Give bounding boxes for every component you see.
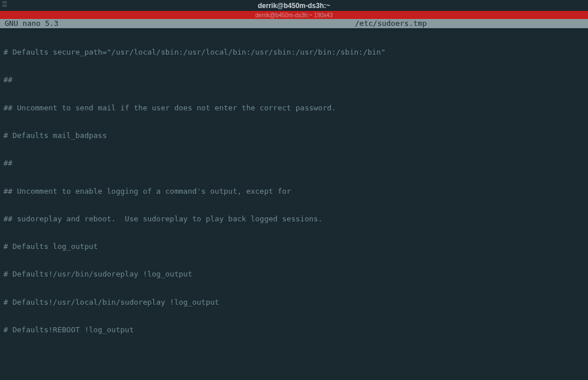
editor-line: ## sudoreplay and reboot. Use sudoreplay… [3,214,585,224]
terminal-tab-bar: derrik@b450m-ds3h:~ 190x43 [0,11,588,19]
editor-line: # Defaults!REBOOT !log_output [3,325,585,335]
terminal-tab-label[interactable]: derrik@b450m-ds3h:~ 190x43 [256,12,333,18]
nano-header-bar: GNU nano 5.3 /etc/sudoers.tmp [0,19,588,28]
editor-line: ## [3,159,585,168]
window-handle-icon[interactable] [2,1,8,7]
window-title: derrik@b450m-ds3h:~ [258,2,330,10]
nano-app-label: GNU nano 5.3 [5,19,355,28]
editor-line: # Defaults!/usr/local/bin/sudoreplay !lo… [3,298,585,307]
editor-line: # Defaults log_output [3,242,585,251]
editor-line [3,353,585,362]
editor-line: # Defaults secure_path="/usr/local/sbin:… [3,48,585,57]
editor-line: # Defaults!/usr/bin/sudoreplay !log_outp… [3,270,585,279]
nano-editor-area[interactable]: # Defaults secure_path="/usr/local/sbin:… [0,28,588,380]
window-titlebar: derrik@b450m-ds3h:~ [0,0,588,11]
editor-line: ## Uncomment to send mail if the user do… [3,103,585,113]
editor-line: # Defaults mail_badpass [3,131,585,140]
editor-line: ## [3,75,585,85]
nano-filename: /etc/sudoers.tmp [355,19,583,28]
editor-line: ## Uncomment to enable logging of a comm… [3,187,585,196]
